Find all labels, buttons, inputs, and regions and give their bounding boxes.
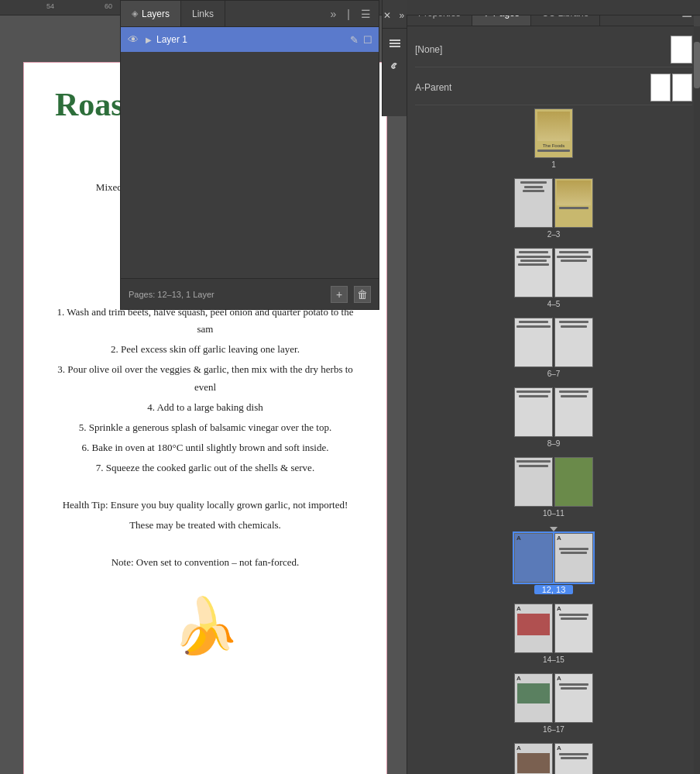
page-thumb-17: A [554,673,593,723]
aparent-thumbs [650,74,692,101]
page-thumb-4 [514,248,553,298]
svg-rect-0 [389,40,400,41]
page-thumb-15: A [554,604,593,653]
expand-panel-btn[interactable]: » [397,5,407,26]
layer-row-1[interactable]: 👁 ▶ Layer 1 ✎ ☐ [121,27,379,52]
tab-layers[interactable]: ◈ Layers [121,1,181,26]
page-thumb-6 [514,318,553,367]
page-label-14-15: 14–15 [543,655,564,664]
page-thumb-16: A [514,673,553,723]
page-spread-thumbs-18-19: A A [514,743,593,774]
layers-tab-icon: ◈ [132,9,138,19]
layer-lock-icon[interactable]: ☐ [363,34,372,46]
delete-layer-btn[interactable]: 🗑 [354,286,371,303]
page-thumb-11 [554,457,593,507]
page-spread-4-5[interactable]: 4–5 [415,248,692,308]
thumb-content-13: A [555,534,592,582]
none-label: [None] [415,44,671,55]
page-thumb-13: A [554,533,593,583]
page-spread-thumbs-12-13: A A [514,533,593,583]
page-spread-thumbs-1: The Foods [534,108,573,158]
page-a-label-19: A [557,745,561,752]
links-tab-label: Links [192,9,214,19]
page-label-1: 1 [551,160,556,169]
page-spread-2-3[interactable]: 2–3 [415,178,692,239]
page-spread-thumbs-16-17: A A [514,673,593,723]
ruler-mark: 60 [105,2,112,10]
page-a-label-14: A [516,605,521,612]
pages-panel-body: [None] A-Parent The Foods [407,26,700,774]
page-thumb-8 [514,387,553,437]
page-label-8-9: 8–9 [547,439,561,448]
page-thumb-7 [554,318,593,367]
panel-divider: | [344,6,353,22]
page-label-16-17: 16–17 [543,725,564,734]
page-thumb-14: A [514,604,553,653]
page-spread-1[interactable]: The Foods 1 [415,108,692,169]
thumb-content-17: A [555,674,592,722]
page-a-label-15: A [557,605,561,612]
layers-panel-body: 👁 ▶ Layer 1 ✎ ☐ [121,27,379,278]
page-label-4-5: 4–5 [547,300,561,308]
layer-name: Layer 1 [156,34,187,45]
layers-icon-btn[interactable] [384,33,406,53]
layer-expand-arrow[interactable]: ▶ [146,36,152,44]
page-spread-10-11[interactable]: 10–11 [415,457,692,518]
page-spread-14-15[interactable]: A A 14–15 [415,604,692,664]
page-label-10-11: 10–11 [543,509,564,518]
layers-panel: ◈ Layers Links » | ☰ 👁 ▶ Layer 1 ✎ ☐ Pag… [120,0,379,310]
page-spread-thumbs-2-3 [514,178,593,228]
layers-panel-header: ◈ Layers Links » | ☰ [121,1,379,27]
page-thumb-2 [514,178,553,228]
thumb-content-14: A [515,604,552,652]
ruler-mark: 54 [46,2,54,10]
scrollbar-thumb[interactable] [694,42,700,88]
thumb-content-9 [555,388,592,436]
layers-panel-footer: Pages: 12–13, 1 Layer + 🗑 [121,278,379,309]
aparent-thumb-left [650,74,671,101]
page-thumb-12: A [514,533,553,583]
page-spread-thumbs-8-9 [514,387,593,437]
thumb-content-15: A [555,604,592,652]
layer-edit-icon[interactable]: ✎ [350,34,359,46]
layers-footer-text: Pages: 12–13, 1 Layer [129,290,214,299]
page-a-label-12: A [516,535,521,542]
aparent-thumb-right [672,74,692,101]
page-spread-12-13[interactable]: A A 12, 13 [415,527,692,594]
thumb-content-7 [555,318,592,366]
selected-spread-arrow [550,527,558,531]
thumb-content-10 [515,458,552,506]
page-thumb-1: The Foods [534,108,573,158]
thumb-content-5 [555,249,592,297]
page-spread-8-9[interactable]: 8–9 [415,387,692,448]
none-thumb [671,36,692,64]
thumb-content-16: A [515,674,552,722]
page-thumb-9 [554,387,593,437]
panel-menu-btn[interactable]: ☰ [358,6,374,22]
tab-links[interactable]: Links [181,1,225,26]
close-panel-btn[interactable]: ✕ [383,5,393,26]
page-spread-16-17[interactable]: A A 16–17 [415,673,692,734]
link-icon-btn[interactable] [384,55,406,75]
add-layer-btn[interactable]: + [331,286,348,303]
page-spread-6-7[interactable]: 6–7 [415,318,692,378]
page-a-label-17: A [557,675,561,682]
layer-visibility-icon[interactable]: 👁 [127,33,139,46]
page-thumb-5 [554,248,593,298]
page-spread-thumbs-4-5 [514,248,593,298]
page-spread-thumbs-14-15: A A [514,604,593,653]
vertical-toolbar: ✕ » [382,0,407,116]
right-panel-scrollbar[interactable] [694,26,700,774]
page-spread-18-19[interactable]: A A 18–19 [415,743,692,774]
none-row: [None] [415,33,692,67]
aparent-row: A-Parent [415,71,692,105]
svg-rect-2 [389,46,400,47]
panel-expand-btn[interactable]: » [328,6,340,22]
panel-controls: » | ☰ [328,6,379,22]
layer-action-icons: ✎ ☐ [350,34,372,46]
right-panel: Properties ◈ Pages CC Librarie ☰ [None] … [407,0,700,774]
thumb-content-8 [515,388,552,436]
layers-tab-label: Layers [142,9,170,19]
thumb-content-19: A [555,744,592,774]
page-thumb-3 [554,178,593,228]
